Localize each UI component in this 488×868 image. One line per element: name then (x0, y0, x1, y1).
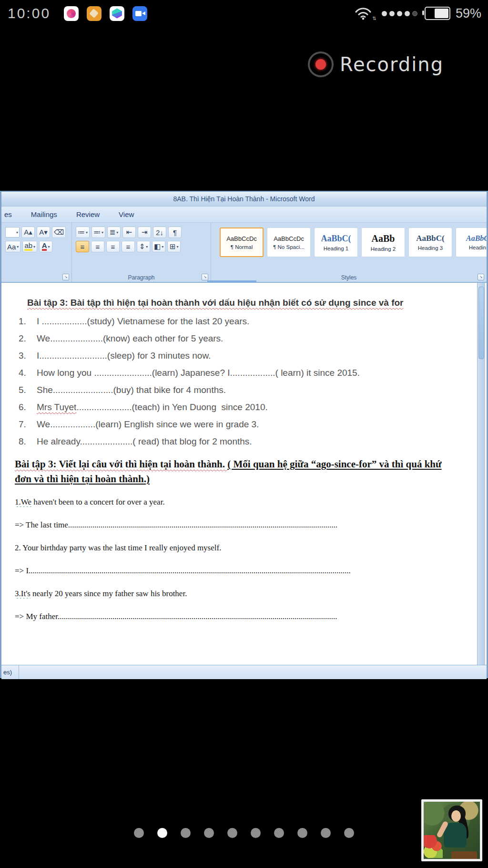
style-sample: AaBbC (466, 234, 487, 243)
style-sample: AaBbCcDc (226, 235, 257, 242)
clear-formatting-button[interactable]: ⌫ (52, 227, 66, 238)
grammar-flagged-word: 3.It's (15, 589, 30, 598)
exercise1-list: 1. I ..................(study) Vietnames… (15, 316, 460, 447)
page-dot[interactable] (274, 828, 284, 838)
style-chip-no-spacing[interactable]: AaBbCcDc ¶ No Spaci... (267, 227, 311, 257)
style-chip-heading1[interactable]: AaBbC( Heading 1 (314, 227, 358, 257)
status-indicators: ⇅ 59% (355, 6, 481, 21)
styles-group-label: Styles (211, 274, 487, 281)
sort-button[interactable]: 2↓ (153, 227, 166, 238)
font-dialog-launcher[interactable]: ↘ (62, 274, 69, 280)
page-dot[interactable] (204, 828, 214, 838)
page-dot[interactable] (321, 828, 331, 838)
document-canvas[interactable]: Bài tập 3: Bài tập thì hiện tại hoàn thà… (1, 283, 487, 665)
style-sample: AaBb (372, 233, 395, 244)
paragraph-group: ≔▾ ≕▾ ≣▾ ⇤ ⇥ 2↓ ¶ ≡ ≡ ≡ ≡ ⇕▾ ◧▾ ⊞▾ Parag… (72, 223, 211, 282)
page-dot[interactable] (344, 828, 354, 838)
align-left-button[interactable]: ≡ (76, 241, 89, 252)
style-chip-heading3[interactable]: AaBbC( Heading 3 (408, 227, 452, 257)
page-dot[interactable] (251, 828, 261, 838)
exercise2-heading[interactable]: Bài tập 3: Viết lại câu với thì hiện tại… (15, 457, 456, 486)
list-item[interactable]: 3. I...........................(sleep) f… (15, 350, 460, 362)
text-highlight-button[interactable]: ab▾ (22, 241, 37, 252)
style-label: Heading 2 (371, 246, 396, 252)
pink-media-app-icon (64, 6, 79, 21)
align-center-button[interactable]: ≡ (91, 241, 104, 252)
page-dot[interactable] (157, 828, 167, 838)
decrease-indent-button[interactable]: ⇤ (122, 227, 136, 238)
font-size-combo[interactable]: ▾ (5, 227, 20, 238)
shading-button[interactable]: ◧▾ (152, 241, 165, 252)
grow-font-button[interactable]: A▴ (21, 227, 35, 238)
page-dot[interactable] (134, 828, 144, 838)
zoom-video-app-icon (132, 6, 147, 21)
list-item[interactable]: 4. How long you .......................(… (15, 367, 460, 379)
battery-percent: 59% (456, 6, 481, 21)
wifi-icon: ⇅ (355, 7, 376, 20)
numbering-button[interactable]: ≕▾ (92, 227, 105, 238)
justify-button[interactable]: ≡ (122, 241, 135, 252)
styles-group: AaBbCcDc ¶ Normal AaBbCcDc ¶ No Spaci...… (211, 223, 487, 282)
style-sample: AaBbC( (416, 234, 445, 243)
font-color-button[interactable]: A▾ (39, 241, 52, 252)
answer-blank[interactable]: => The last time........................… (15, 520, 460, 530)
answer-blank[interactable]: => My father............................… (15, 611, 460, 621)
change-case-button[interactable]: Aa▾ (5, 241, 20, 252)
line-spacing-button[interactable]: ⇕▾ (137, 241, 150, 252)
sentence[interactable]: 1.We haven't been to a concert for over … (15, 497, 460, 507)
increase-indent-button[interactable]: ⇥ (138, 227, 151, 238)
style-chip-heading4-partial[interactable]: AaBbC Headin (456, 227, 487, 257)
paragraph-group-label: Paragraph (72, 274, 211, 281)
page-dot[interactable] (181, 828, 191, 838)
list-item[interactable]: 8. He already.....................( read… (15, 436, 460, 447)
word-status-bar: es) (1, 665, 487, 679)
page-dots (0, 828, 488, 838)
record-dot-icon (308, 52, 334, 77)
bullets-button[interactable]: ≔▾ (76, 227, 90, 238)
page-dot[interactable] (227, 828, 237, 838)
battery-fill (435, 9, 448, 18)
highlighter-icon: ab (24, 242, 32, 251)
style-chip-normal[interactable]: AaBbCcDc ¶ Normal (220, 227, 264, 257)
vertical-scrollbar[interactable] (477, 283, 485, 665)
style-chip-heading2[interactable]: AaBb Heading 2 (361, 227, 405, 257)
tab-mailings[interactable]: Mailings (31, 210, 57, 218)
styles-gallery: AaBbCcDc ¶ Normal AaBbCcDc ¶ No Spaci...… (213, 226, 485, 257)
list-item[interactable]: 7. We..................(learn) English s… (15, 419, 460, 430)
ribbon: ▾ A▴ A▾ ⌫ Aa▾ ab▾ A▾ ↘ ≔▾ (1, 223, 487, 283)
style-sample: AaBbCcDc (274, 235, 304, 242)
show-paragraph-marks-button[interactable]: ¶ (168, 227, 182, 238)
multicolor-hex-app-icon (110, 6, 124, 21)
webcam-overlay[interactable] (421, 799, 482, 861)
styles-dialog-launcher[interactable]: ↘ (478, 274, 484, 280)
exercise1-heading[interactable]: Bài tập 3: Bài tập thì hiện tại hoàn thà… (27, 296, 461, 309)
page-dot[interactable] (297, 828, 307, 838)
sentence[interactable]: 3.It's nearly 20 years since my father s… (15, 589, 460, 599)
paragraph-dialog-launcher[interactable]: ↘ (202, 274, 208, 280)
list-item[interactable]: 6. Mrs Tuyet......................(teach… (15, 402, 460, 413)
list-item[interactable]: 5. She........................(buy) that… (15, 384, 460, 396)
style-label: Headin (469, 245, 486, 250)
multilevel-list-button[interactable]: ≣▾ (107, 227, 121, 238)
title-bar[interactable]: 8AB. Thì Hiện Tại Hoàn Thành - Microsoft… (1, 192, 487, 207)
borders-button[interactable]: ⊞▾ (167, 241, 181, 252)
list-item[interactable]: 2. We.....................(know) each ot… (15, 333, 460, 344)
tab-references-partial[interactable]: es (4, 210, 12, 218)
scrollbar-thumb[interactable] (478, 287, 484, 359)
style-sample: AaBbC( (321, 234, 351, 244)
tab-view[interactable]: View (119, 210, 134, 218)
sentence[interactable]: 2. Your birthday party was the last time… (15, 543, 460, 553)
grammar-flagged-word: 1.We (15, 497, 31, 506)
answer-blank[interactable]: => I....................................… (15, 566, 460, 576)
shrink-font-button[interactable]: A▾ (37, 227, 50, 238)
word-window: 8AB. Thì Hiện Tại Hoàn Thành - Microsoft… (0, 191, 488, 678)
orange-app-icon (87, 6, 102, 21)
misspelled-word: Mrs Tuyet (37, 402, 76, 412)
style-label: ¶ Normal (231, 244, 253, 250)
list-item[interactable]: 1. I ..................(study) Vietnames… (15, 316, 460, 327)
window-title: 8AB. Thì Hiện Tại Hoàn Thành - Microsoft… (173, 195, 315, 203)
align-right-button[interactable]: ≡ (106, 241, 120, 252)
style-label: Heading 3 (418, 245, 443, 251)
status-text: es) (3, 669, 12, 676)
tab-review[interactable]: Review (76, 210, 100, 218)
